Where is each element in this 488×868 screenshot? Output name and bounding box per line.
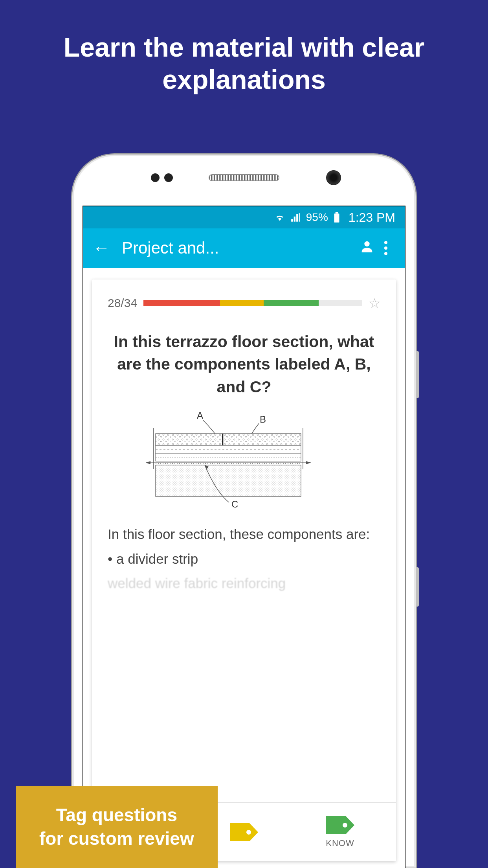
- question-diagram: A B: [134, 410, 354, 512]
- person-icon: [359, 239, 375, 254]
- phone-side-button: [416, 567, 419, 607]
- favorite-button[interactable]: ☆: [369, 295, 380, 311]
- progress-segment-yellow: [220, 300, 264, 306]
- profile-button[interactable]: [358, 239, 376, 258]
- question-text: In this terrazzo floor section, what are…: [108, 331, 380, 398]
- phone-side-button: [416, 351, 419, 398]
- overflow-menu-button[interactable]: [376, 241, 395, 255]
- svg-rect-0: [334, 213, 339, 223]
- progress-segment-green: [264, 300, 318, 306]
- back-button[interactable]: ←: [93, 238, 110, 258]
- progress-bar: [143, 300, 362, 306]
- svg-point-2: [364, 241, 369, 246]
- battery-percent: 95%: [306, 211, 328, 224]
- tag-icon: [230, 823, 258, 841]
- tag-icon: [326, 816, 354, 834]
- flashcard: 28/34 ☆ In this terrazzo floor section, …: [92, 280, 396, 861]
- answer-body: In this floor section, these components …: [108, 524, 380, 594]
- svg-text:C: C: [231, 499, 238, 509]
- answer-intro: In this floor section, these components …: [108, 524, 380, 545]
- battery-icon: [334, 212, 340, 223]
- svg-rect-1: [336, 212, 338, 213]
- phone-screen: 95% 1:23 PM ← Project and... 28/34 ☆: [83, 206, 405, 868]
- card-header: 28/34 ☆: [108, 295, 380, 311]
- answer-bullet-1: • a divider strip: [108, 549, 380, 570]
- phone-bezel-top: [72, 154, 416, 206]
- status-bar: 95% 1:23 PM: [83, 206, 405, 228]
- tag-button-know[interactable]: KNOW: [326, 816, 354, 848]
- clock-text: 1:23 PM: [349, 210, 395, 225]
- phone-sensors: [151, 173, 173, 182]
- wifi-icon: [275, 212, 285, 223]
- svg-rect-25: [156, 465, 301, 497]
- signal-icon: [290, 212, 301, 223]
- marketing-headline: Learn the material with clear explanatio…: [0, 0, 488, 96]
- phone-speaker: [209, 174, 279, 181]
- svg-text:B: B: [260, 414, 266, 425]
- phone-mockup: 95% 1:23 PM ← Project and... 28/34 ☆: [71, 153, 417, 868]
- svg-marker-23: [306, 461, 311, 464]
- page-title: Project and...: [122, 239, 358, 257]
- marketing-callout: Tag questionsfor custom review: [16, 786, 218, 868]
- tag-label-know: KNOW: [326, 838, 354, 848]
- phone-camera: [326, 170, 341, 185]
- answer-bullet-2-partial: welded wire fabric reinforcing: [108, 573, 380, 594]
- svg-marker-22: [146, 461, 150, 464]
- svg-rect-15: [156, 434, 301, 445]
- progress-segment-red: [143, 300, 220, 306]
- progress-counter: 28/34: [108, 296, 137, 310]
- svg-text:A: A: [197, 410, 203, 421]
- tag-button-yellow[interactable]: [230, 823, 258, 841]
- app-bar: ← Project and...: [83, 228, 405, 268]
